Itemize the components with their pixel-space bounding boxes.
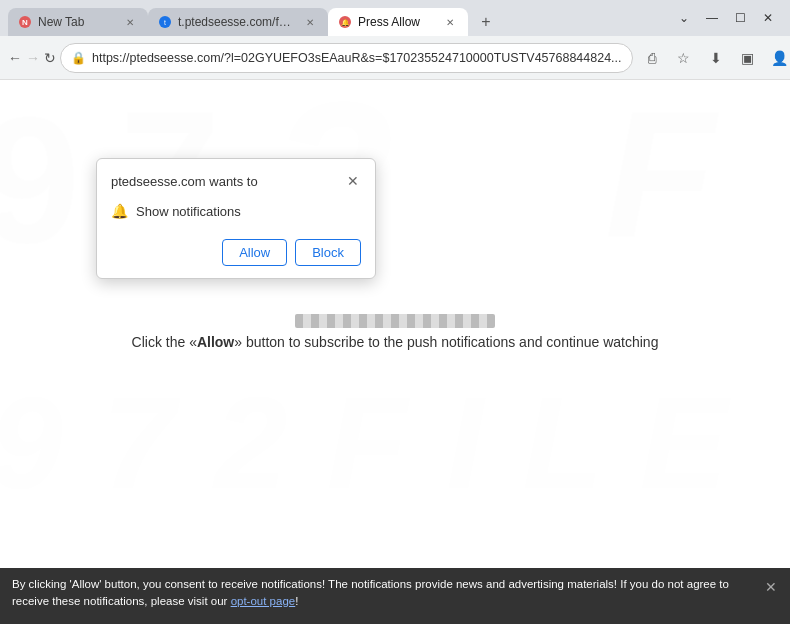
tab-new-tab[interactable]: N New Tab ✕ [8,8,148,36]
navbar: ← → ↻ 🔒 https://ptedseesse.com/?l=02GYUE… [0,36,790,80]
progress-bar-container [295,314,495,328]
bottom-bar-text: By clicking 'Allow' button, you consent … [12,578,729,607]
title-bar: N New Tab ✕ t t.ptedseesse.com/feed ✕ 🔔 … [0,0,790,36]
popup-title: ptedseesse.com wants to [111,174,258,189]
bottom-bar-suffix: ! [295,595,298,607]
close-button[interactable]: ✕ [754,4,782,32]
bell-icon: 🔔 [111,203,128,219]
window-controls: ⌄ — ☐ ✕ [670,4,782,32]
bottom-notification-bar: By clicking 'Allow' button, you consent … [0,568,790,624]
bookmark-button[interactable]: ☆ [669,43,699,73]
tab-press-allow-label: Press Allow [358,15,436,29]
new-tab-button[interactable]: + [472,8,500,36]
tab-new-tab-label: New Tab [38,15,116,29]
feed-favicon: t [158,15,172,29]
popup-header: ptedseesse.com wants to ✕ [97,159,375,199]
svg-text:N: N [22,18,28,27]
popup-close-button[interactable]: ✕ [343,171,363,191]
nav-actions: ⎙ ☆ ⬇ ▣ 👤 ⋮ [637,43,790,73]
share-button[interactable]: ⎙ [637,43,667,73]
forward-button[interactable]: → [26,43,40,73]
page-content: 9 7 2 F 9 7 2 F I L E ptedseesse.com wan… [0,80,790,568]
back-button[interactable]: ← [8,43,22,73]
address-text: https://ptedseesse.com/?l=02GYUEFO3sEAau… [92,51,622,65]
tab-press-allow-close[interactable]: ✕ [442,14,458,30]
main-allow-text: Allow [197,334,234,350]
main-text-prefix: Click the « [132,334,197,350]
collapse-button[interactable]: ⌄ [670,4,698,32]
bottom-bar-close-button[interactable]: ✕ [760,576,782,598]
tab-new-tab-close[interactable]: ✕ [122,14,138,30]
browser-window: N New Tab ✕ t t.ptedseesse.com/feed ✕ 🔔 … [0,0,790,624]
profile-button[interactable]: 👤 [765,43,790,73]
block-button[interactable]: Block [295,239,361,266]
main-instruction-text: Click the «Allow» button to subscribe to… [95,334,695,350]
progress-bar [295,314,495,328]
svg-text:🔔: 🔔 [341,18,350,27]
tab-feed-label: t.ptedseesse.com/feed [178,15,296,29]
tab-feed[interactable]: t t.ptedseesse.com/feed ✕ [148,8,328,36]
notification-popup: ptedseesse.com wants to ✕ 🔔 Show notific… [96,158,376,279]
popup-notification-row: 🔔 Show notifications [97,199,375,231]
opt-out-link[interactable]: opt-out page [231,595,296,607]
main-text-suffix: » button to subscribe to the push notifi… [234,334,658,350]
popup-actions: Allow Block [97,231,375,278]
tabs-area: N New Tab ✕ t t.ptedseesse.com/feed ✕ 🔔 … [8,0,662,36]
refresh-button[interactable]: ↻ [44,43,56,73]
minimize-button[interactable]: — [698,4,726,32]
maximize-button[interactable]: ☐ [726,4,754,32]
download-button[interactable]: ⬇ [701,43,731,73]
allow-button[interactable]: Allow [222,239,287,266]
new-tab-favicon: N [18,15,32,29]
tab-press-allow[interactable]: 🔔 Press Allow ✕ [328,8,468,36]
sidebar-button[interactable]: ▣ [733,43,763,73]
lock-icon: 🔒 [71,51,86,65]
tab-feed-close[interactable]: ✕ [302,14,318,30]
show-notifications-text: Show notifications [136,204,241,219]
svg-text:t: t [164,19,166,26]
press-allow-favicon: 🔔 [338,15,352,29]
address-bar[interactable]: 🔒 https://ptedseesse.com/?l=02GYUEFO3sEA… [60,43,633,73]
